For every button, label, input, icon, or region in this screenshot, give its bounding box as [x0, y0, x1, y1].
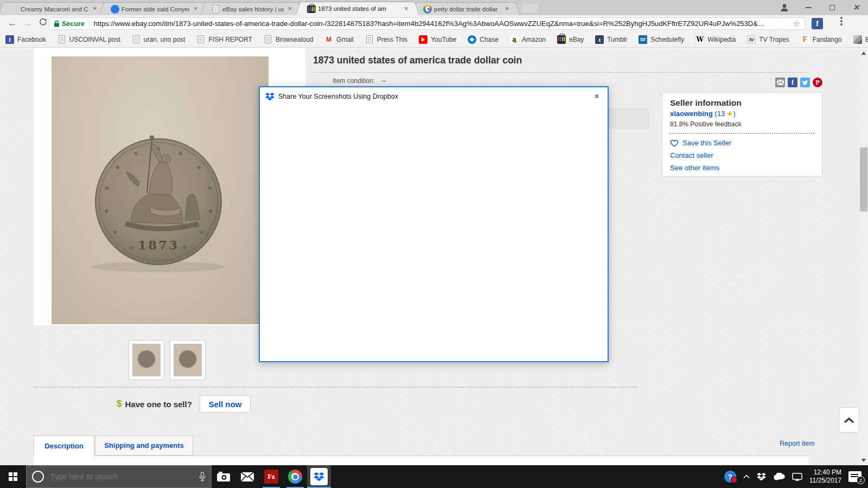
scrollbar-down-arrow[interactable]	[861, 459, 866, 462]
pinterest-share-icon[interactable]: P	[813, 78, 822, 87]
seller-info-heading: Seller information	[670, 98, 814, 108]
bookmark-fandango[interactable]: FFandango	[801, 35, 842, 44]
wikipedia-icon: W	[695, 35, 704, 44]
have-one-to-sell-row: $ Have one to sell? Sell now	[117, 395, 251, 413]
bookmark-uran-uno-post[interactable]: uran. uno post	[132, 35, 186, 44]
page-scrollbar[interactable]	[859, 48, 868, 465]
svg-text:★: ★	[104, 207, 110, 215]
scroll-to-top-button[interactable]	[839, 407, 859, 433]
clock-date: 11/25/2017	[809, 477, 841, 485]
microphone-icon[interactable]	[199, 472, 206, 481]
browser-menu-icon[interactable]	[840, 20, 843, 22]
tab-title: petty dollar trade dollar	[434, 6, 501, 12]
help-tray-icon[interactable]: ?	[724, 471, 736, 483]
tab-close-icon[interactable]: ×	[286, 5, 294, 13]
cortana-icon[interactable]	[32, 471, 44, 483]
feedback-count-link[interactable]: 13	[717, 110, 725, 118]
tray-chevron-up-icon[interactable]	[743, 474, 750, 479]
svg-text:★: ★	[104, 184, 110, 192]
report-item-link[interactable]: Report item	[780, 440, 815, 447]
seller-name-link[interactable]: xiaowenbing	[670, 110, 713, 118]
save-seller-link[interactable]: Save this Seller	[682, 139, 731, 147]
bookmark-gmail[interactable]: MGmail	[324, 35, 353, 44]
new-tab-button[interactable]	[520, 4, 538, 12]
secure-indicator[interactable]: Secure	[54, 20, 85, 28]
bookmark-amazon[interactable]: aAmazon	[510, 35, 546, 44]
profile-icon[interactable]	[773, 0, 796, 15]
tab-1873-trade-dollar[interactable]: 1873 united states of am ×	[302, 2, 413, 15]
tab-ebay-sales-history[interactable]: eBay sales history | uscoi ×	[206, 2, 297, 15]
coin-year: 1873	[138, 237, 179, 252]
onedrive-tray-icon[interactable]	[773, 473, 785, 480]
bookmark-ebay[interactable]: eBay	[557, 35, 584, 44]
svg-text:★: ★	[112, 228, 118, 236]
taskbar-filezilla-app[interactable]: Fz	[259, 465, 283, 488]
document-icon	[365, 35, 374, 44]
maximize-button[interactable]	[820, 0, 844, 15]
address-bar[interactable]: Secure https://www.ebay.com/itm/1873-uni…	[49, 17, 805, 30]
url-text[interactable]: https://www.ebay.com/itm/1873-united-sta…	[94, 20, 790, 28]
bookmark-browsealoud[interactable]: Browsealoud	[264, 35, 313, 44]
action-center-icon[interactable]: 2	[848, 471, 861, 482]
tab-close-icon[interactable]: ×	[503, 5, 511, 13]
bookmark-tv-tropes[interactable]: tvTV Tropes	[747, 35, 789, 44]
network-tray-icon[interactable]	[792, 473, 802, 481]
bookmark-press-this[interactable]: Press This	[365, 35, 407, 44]
see-other-items-link[interactable]: See other items	[670, 164, 719, 172]
bookmark-star-icon[interactable]: ☆	[793, 19, 800, 29]
google-icon	[423, 5, 432, 14]
email-share-icon[interactable]	[775, 78, 785, 87]
tab-close-icon[interactable]: ×	[91, 5, 99, 13]
search-input[interactable]	[50, 472, 193, 481]
twitter-share-icon[interactable]	[800, 78, 810, 87]
trade-dollar-coin-image: ★★★ ★★★ ★★★ ★★★ ★	[52, 56, 269, 324]
bookmark-youtube[interactable]: YouTube	[419, 35, 456, 44]
taskbar-mail-app[interactable]	[235, 465, 259, 488]
seller-information-panel: Seller information xiaowenbing (13 ★) 81…	[662, 92, 822, 177]
taskbar-search-box[interactable]	[26, 465, 212, 488]
bookmark-facebook[interactable]: fFacebook	[5, 35, 46, 44]
bookmark-blog-of-doom[interactable]: Blog of Doom!	[853, 35, 868, 44]
bookmark-chase[interactable]: Chase	[468, 35, 499, 44]
refresh-icon[interactable]	[37, 17, 49, 29]
item-condition-label: Item condition:	[333, 77, 375, 85]
svg-text:★: ★	[207, 184, 213, 192]
divider	[313, 72, 808, 73]
scrollbar-thumb[interactable]	[860, 147, 867, 211]
bookmark-wikipedia[interactable]: WWikipedia	[695, 35, 736, 44]
dialog-close-icon[interactable]: ×	[591, 92, 602, 101]
sell-now-button[interactable]: Sell now	[200, 395, 251, 413]
screen: Creamy Macaroni and Ch × Former aide sai…	[0, 0, 868, 488]
tab-close-icon[interactable]: ×	[192, 5, 200, 13]
scrollbar-up-arrow[interactable]	[861, 52, 866, 55]
close-window-button[interactable]: ✕	[844, 0, 868, 15]
coin-photo[interactable]: ★★★ ★★★ ★★★ ★★★ ★	[52, 56, 269, 324]
taskbar-camera-app[interactable]	[212, 465, 235, 488]
tab-petty-dollar[interactable]: petty dollar trade dollar ×	[418, 2, 514, 15]
taskbar-dropbox-app[interactable]	[307, 465, 331, 488]
bookmark-uscoinval-post[interactable]: USCOINVAL post	[58, 35, 120, 44]
tab-former-aide[interactable]: Former aide said Conyers ×	[105, 2, 203, 15]
taskbar-clock[interactable]: 12:40 PM 11/25/2017	[809, 468, 841, 485]
forward-icon[interactable]: →	[22, 17, 34, 29]
facebook-extension-icon[interactable]: f	[812, 18, 823, 29]
bookmark-fish-report[interactable]: FISH REPORT	[196, 35, 252, 44]
coin-thumbnail-image	[132, 344, 161, 376]
minimize-button[interactable]	[796, 0, 820, 15]
tab-description[interactable]: Description	[34, 435, 94, 456]
taskbar-chrome-app[interactable]	[283, 465, 307, 488]
thumbnail-1[interactable]	[129, 340, 164, 380]
bookmark-schedulefly[interactable]: SFSchedulefly	[639, 35, 684, 44]
window-controls: ✕	[773, 0, 868, 15]
tab-close-icon[interactable]: ×	[402, 5, 410, 13]
svg-text:★: ★	[129, 244, 135, 252]
tab-creamy-macaroni[interactable]: Creamy Macaroni and Ch ×	[4, 2, 102, 15]
thumbnail-2[interactable]	[170, 340, 206, 380]
dropbox-tray-icon[interactable]	[757, 473, 766, 481]
contact-seller-link[interactable]: Contact seller	[670, 151, 713, 159]
start-button[interactable]	[0, 465, 26, 488]
facebook-share-icon[interactable]: f	[788, 78, 797, 87]
tab-shipping-and-payments[interactable]: Shipping and payments	[95, 435, 193, 455]
bookmark-tumblr[interactable]: tTumblr	[595, 35, 627, 44]
back-icon[interactable]: ←	[7, 17, 18, 29]
